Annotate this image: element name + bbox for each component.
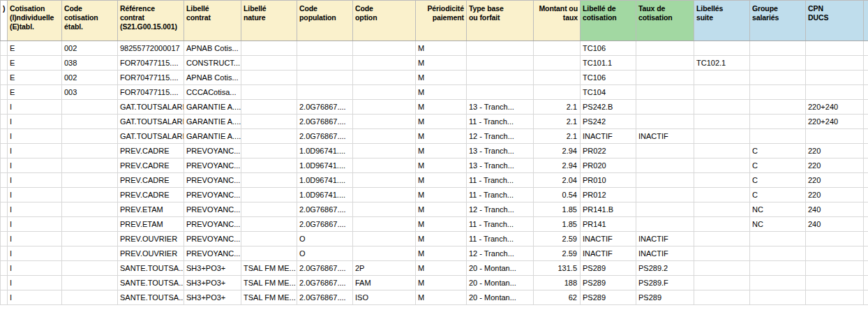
cell-code-population[interactable]: 1.0D96741.... <box>297 144 353 158</box>
cell-taux-de-cotisation[interactable] <box>636 115 694 129</box>
column-header-code-cotisation-etabl[interactable]: Code cotisation établ. <box>62 1 118 41</box>
cell-cpn-ducs[interactable] <box>806 129 864 144</box>
cell-code-population[interactable] <box>297 56 353 71</box>
cell-code-cotisation-etabl[interactable] <box>62 144 118 158</box>
cell-libelle-contrat[interactable]: SH3+PO3+ <box>184 276 241 290</box>
cell-montant-ou-taux[interactable] <box>534 71 581 85</box>
cell-code-cotisation-etabl[interactable] <box>62 246 118 261</box>
cell-code-cotisation-etabl[interactable] <box>62 173 118 188</box>
column-header-libelles-suite[interactable]: Libellés suite <box>694 1 750 41</box>
cell-type-base-ou-forfait[interactable]: 12 - Tranch... <box>467 202 534 217</box>
cell-libelles-suite[interactable] <box>694 41 750 56</box>
cell-code-population[interactable]: 2.0G76867.... <box>297 276 353 290</box>
cell-reference-contrat[interactable]: SANTE.TOUTSA... <box>118 290 184 305</box>
cell-cotisation-individuelle-etabl[interactable]: E <box>8 85 62 100</box>
cell-left-clipped[interactable] <box>1 261 8 276</box>
cell-right-clipped[interactable] <box>864 100 868 115</box>
cell-type-base-ou-forfait[interactable]: 20 - Montan... <box>467 276 534 290</box>
cell-code-option[interactable] <box>353 144 416 158</box>
cell-right-clipped[interactable] <box>864 188 868 202</box>
cell-libelles-suite[interactable] <box>694 115 750 129</box>
column-header-code-option[interactable]: Code option <box>353 1 416 41</box>
cell-type-base-ou-forfait[interactable]: 11 - Tranch... <box>467 188 534 202</box>
cell-left-clipped[interactable] <box>1 115 8 129</box>
cell-reference-contrat[interactable]: PREV.CADRE <box>118 158 184 173</box>
cell-right-clipped[interactable] <box>864 202 868 217</box>
cell-groupe-salaries[interactable] <box>750 261 806 276</box>
cell-taux-de-cotisation[interactable]: PS289 <box>636 290 694 305</box>
cell-libelles-suite[interactable] <box>694 188 750 202</box>
cell-reference-contrat[interactable]: SANTE.TOUTSA... <box>118 261 184 276</box>
cell-groupe-salaries[interactable] <box>750 41 806 56</box>
cell-right-clipped[interactable] <box>864 144 868 158</box>
cell-taux-de-cotisation[interactable]: PS289.2 <box>636 261 694 276</box>
cell-libelle-contrat[interactable]: CCCACotisa... <box>184 85 241 100</box>
cell-cotisation-individuelle-etabl[interactable]: I <box>8 144 62 158</box>
cell-periodicite-paiement[interactable]: M <box>416 41 467 56</box>
cell-libelle-nature[interactable]: TSAL FM ME... <box>241 261 297 276</box>
cell-taux-de-cotisation[interactable]: INACTIF <box>636 232 694 246</box>
cell-right-clipped[interactable] <box>864 129 868 144</box>
cell-libelles-suite[interactable] <box>694 202 750 217</box>
cell-code-cotisation-etabl[interactable] <box>62 129 118 144</box>
cell-code-option[interactable] <box>353 71 416 85</box>
cell-right-clipped[interactable] <box>864 85 868 100</box>
cell-reference-contrat[interactable]: PREV.OUVRIER <box>118 246 184 261</box>
cell-taux-de-cotisation[interactable] <box>636 71 694 85</box>
cell-libelle-contrat[interactable]: PREVOYANC... <box>184 217 241 232</box>
cell-groupe-salaries[interactable] <box>750 232 806 246</box>
cell-taux-de-cotisation[interactable] <box>636 158 694 173</box>
cell-libelle-nature[interactable] <box>241 85 297 100</box>
cell-libelles-suite[interactable] <box>694 290 750 305</box>
column-header-groupe-salaries[interactable]: Groupe salariés <box>750 1 806 41</box>
cell-montant-ou-taux[interactable]: 188 <box>534 276 581 290</box>
cell-libelle-de-cotisation[interactable]: INACTIF <box>581 129 636 144</box>
cell-groupe-salaries[interactable] <box>750 290 806 305</box>
cell-type-base-ou-forfait[interactable] <box>467 71 534 85</box>
cell-groupe-salaries[interactable]: C <box>750 144 806 158</box>
cell-libelle-nature[interactable] <box>241 173 297 188</box>
cell-groupe-salaries[interactable]: C <box>750 158 806 173</box>
cell-periodicite-paiement[interactable]: M <box>416 56 467 71</box>
cell-reference-contrat[interactable]: GAT.TOUTSALARIE <box>118 129 184 144</box>
cell-groupe-salaries[interactable] <box>750 246 806 261</box>
cell-libelle-nature[interactable] <box>241 41 297 56</box>
cell-code-option[interactable] <box>353 188 416 202</box>
cell-reference-contrat[interactable]: PREV.CADRE <box>118 144 184 158</box>
cell-montant-ou-taux[interactable]: 2.04 <box>534 173 581 188</box>
cell-reference-contrat[interactable]: FOR70477115.... <box>118 56 184 71</box>
cell-periodicite-paiement[interactable]: M <box>416 173 467 188</box>
cell-code-option[interactable] <box>353 173 416 188</box>
cell-cpn-ducs[interactable] <box>806 246 864 261</box>
cell-code-population[interactable]: 2.0G76867.... <box>297 290 353 305</box>
cell-libelle-de-cotisation[interactable]: PS242 <box>581 115 636 129</box>
cell-left-clipped[interactable] <box>1 158 8 173</box>
cell-taux-de-cotisation[interactable] <box>636 100 694 115</box>
cell-groupe-salaries[interactable]: C <box>750 188 806 202</box>
cell-taux-de-cotisation[interactable] <box>636 217 694 232</box>
cell-libelle-contrat[interactable]: CONSTRUCT... <box>184 56 241 71</box>
cell-code-cotisation-etabl[interactable] <box>62 232 118 246</box>
cell-libelle-de-cotisation[interactable]: INACTIF <box>581 232 636 246</box>
cell-code-cotisation-etabl[interactable] <box>62 261 118 276</box>
cell-libelle-de-cotisation[interactable]: PR010 <box>581 173 636 188</box>
cell-cpn-ducs[interactable]: 220 <box>806 188 864 202</box>
cell-code-population[interactable]: 2.0G76867.... <box>297 100 353 115</box>
cell-code-population[interactable]: 2.0G76867.... <box>297 217 353 232</box>
cell-libelle-contrat[interactable]: SH3+PO3+ <box>184 261 241 276</box>
cell-libelles-suite[interactable] <box>694 276 750 290</box>
cell-type-base-ou-forfait[interactable]: 20 - Montan... <box>467 290 534 305</box>
cell-left-clipped[interactable] <box>1 41 8 56</box>
cell-cotisation-individuelle-etabl[interactable]: I <box>8 158 62 173</box>
cell-periodicite-paiement[interactable]: M <box>416 144 467 158</box>
cell-libelle-de-cotisation[interactable]: TC106 <box>581 41 636 56</box>
cell-cpn-ducs[interactable]: 240 <box>806 217 864 232</box>
cell-code-cotisation-etabl[interactable] <box>62 188 118 202</box>
cell-type-base-ou-forfait[interactable] <box>467 85 534 100</box>
cell-right-clipped[interactable] <box>864 115 868 129</box>
cell-cotisation-individuelle-etabl[interactable]: I <box>8 261 62 276</box>
cell-left-clipped[interactable] <box>1 100 8 115</box>
cell-montant-ou-taux[interactable]: 2.1 <box>534 100 581 115</box>
cell-type-base-ou-forfait[interactable]: 13 - Tranch... <box>467 144 534 158</box>
cell-reference-contrat[interactable]: GAT.TOUTSALARIE <box>118 115 184 129</box>
